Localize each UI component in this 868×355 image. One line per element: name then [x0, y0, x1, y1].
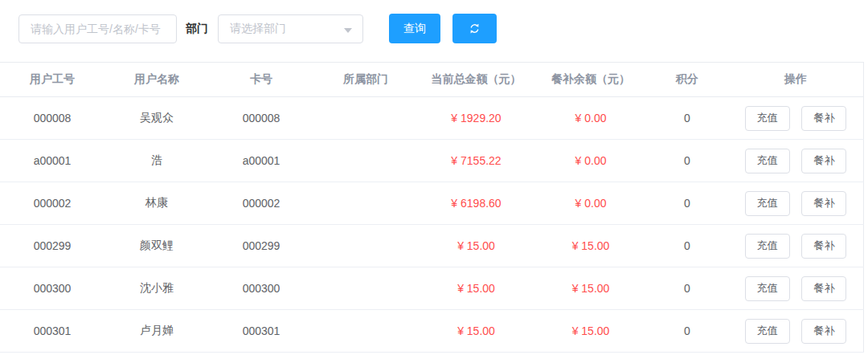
cell-points: 0 [647, 182, 727, 225]
cell-meal-balance: ¥ 15.00 [534, 267, 647, 310]
cell-actions: 充值 餐补 [727, 310, 864, 353]
header-user-id: 用户工号 [0, 63, 104, 97]
header-dept: 所属部门 [313, 63, 418, 97]
table-row: 000002 林康 000002 ¥ 6198.60 ¥ 0.00 0 充值 餐… [0, 182, 864, 225]
cell-user-id: 000300 [0, 267, 104, 310]
cell-points: 0 [647, 225, 727, 267]
header-points: 积分 [647, 63, 727, 97]
cell-total-amount: ¥ 15.00 [418, 267, 534, 310]
search-toolbar: 部门 请选择部门 查询 [0, 0, 868, 43]
dept-label: 部门 [186, 22, 208, 36]
cell-card-no: a00001 [209, 140, 313, 182]
cell-user-name: 卢月婵 [104, 310, 209, 353]
table-row: 000008 吴观众 000008 ¥ 1929.20 ¥ 0.00 0 充值 … [0, 97, 864, 140]
meal-subsidy-button[interactable]: 餐补 [801, 234, 846, 259]
recharge-button[interactable]: 充值 [745, 276, 790, 301]
cell-meal-balance: ¥ 0.00 [534, 140, 647, 182]
dept-select-placeholder: 请选择部门 [230, 22, 286, 36]
dept-select[interactable]: 请选择部门 [218, 14, 363, 43]
cell-points: 0 [647, 310, 727, 353]
header-actions: 操作 [727, 63, 864, 97]
meal-subsidy-button[interactable]: 餐补 [801, 276, 846, 301]
user-table: 用户工号 用户名称 卡号 所属部门 当前总金额（元） 餐补余额（元） 积分 操作… [0, 62, 864, 353]
cell-actions: 充值 餐补 [727, 97, 864, 140]
chevron-down-icon [344, 28, 352, 33]
cell-dept [313, 310, 418, 353]
refresh-button[interactable] [452, 14, 497, 43]
cell-points: 0 [647, 140, 727, 182]
cell-actions: 充值 餐补 [727, 225, 864, 267]
cell-card-no: 000002 [209, 182, 313, 225]
recharge-button[interactable]: 充值 [745, 106, 790, 131]
cell-card-no: 000299 [209, 225, 313, 267]
cell-card-no: 000008 [209, 97, 313, 140]
cell-points: 0 [647, 97, 727, 140]
header-meal-balance: 餐补余额（元） [534, 63, 647, 97]
cell-user-name: 颜双鲤 [104, 225, 209, 267]
cell-total-amount: ¥ 15.00 [418, 310, 534, 353]
cell-total-amount: ¥ 7155.22 [418, 140, 534, 182]
table-row: 000299 颜双鲤 000299 ¥ 15.00 ¥ 15.00 0 充值 餐… [0, 225, 864, 267]
recharge-button[interactable]: 充值 [745, 191, 790, 216]
cell-user-id: a00001 [0, 140, 104, 182]
header-total-amount: 当前总金额（元） [418, 63, 534, 97]
query-button[interactable]: 查询 [389, 14, 440, 43]
cell-actions: 充值 餐补 [727, 182, 864, 225]
cell-user-id: 000299 [0, 225, 104, 267]
cell-dept [313, 225, 418, 267]
cell-dept [313, 140, 418, 182]
recharge-button[interactable]: 充值 [745, 319, 790, 344]
recharge-button[interactable]: 充值 [745, 149, 790, 173]
cell-user-id: 000002 [0, 182, 104, 225]
cell-card-no: 000300 [209, 267, 313, 310]
cell-user-id: 000008 [0, 97, 104, 140]
cell-points: 0 [647, 267, 727, 310]
cell-meal-balance: ¥ 15.00 [534, 310, 647, 353]
table-row: a00001 浩 a00001 ¥ 7155.22 ¥ 0.00 0 充值 餐补 [0, 140, 864, 182]
cell-actions: 充值 餐补 [727, 267, 864, 310]
cell-user-name: 沈小雅 [104, 267, 209, 310]
cell-dept [313, 182, 418, 225]
header-user-name: 用户名称 [104, 63, 209, 97]
table-row: 000301 卢月婵 000301 ¥ 15.00 ¥ 15.00 0 充值 餐… [0, 310, 864, 353]
cell-total-amount: ¥ 6198.60 [418, 182, 534, 225]
cell-card-no: 000301 [209, 310, 313, 353]
cell-total-amount: ¥ 1929.20 [418, 97, 534, 140]
cell-dept [313, 97, 418, 140]
meal-subsidy-button[interactable]: 餐补 [801, 191, 846, 216]
cell-total-amount: ¥ 15.00 [418, 225, 534, 267]
refresh-icon [469, 22, 481, 35]
recharge-button[interactable]: 充值 [745, 234, 790, 259]
cell-user-name: 吴观众 [104, 97, 209, 140]
table-header-row: 用户工号 用户名称 卡号 所属部门 当前总金额（元） 餐补余额（元） 积分 操作 [0, 63, 864, 97]
search-input[interactable] [18, 14, 177, 43]
cell-actions: 充值 餐补 [727, 140, 864, 182]
cell-user-name: 林康 [104, 182, 209, 225]
cell-meal-balance: ¥ 15.00 [534, 225, 647, 267]
cell-meal-balance: ¥ 0.00 [534, 97, 647, 140]
cell-dept [313, 267, 418, 310]
cell-user-name: 浩 [104, 140, 209, 182]
meal-subsidy-button[interactable]: 餐补 [801, 149, 846, 173]
meal-subsidy-button[interactable]: 餐补 [801, 319, 846, 344]
cell-user-id: 000301 [0, 310, 104, 353]
meal-subsidy-button[interactable]: 餐补 [801, 106, 846, 131]
cell-meal-balance: ¥ 0.00 [534, 182, 647, 225]
table-row: 000300 沈小雅 000300 ¥ 15.00 ¥ 15.00 0 充值 餐… [0, 267, 864, 310]
header-card-no: 卡号 [209, 63, 313, 97]
